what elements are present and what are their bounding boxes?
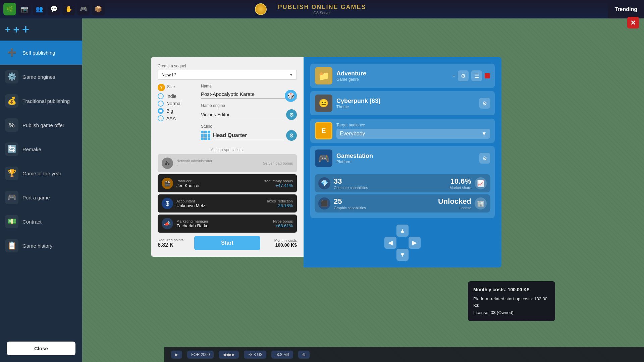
bottom-extra-btn[interactable]: ⊕ — [298, 351, 310, 359]
nav-up-button[interactable]: ▲ — [396, 225, 409, 237]
studio-gear-button[interactable]: ⚙ — [286, 130, 297, 141]
top-icon-camera[interactable]: 📷 — [18, 3, 31, 15]
radio-big[interactable]: Big — [158, 108, 194, 114]
start-button[interactable]: Start — [194, 236, 261, 250]
nav-cross-spacer-bl — [384, 249, 396, 261]
studio-label: Studio — [201, 124, 297, 129]
platform-card: 🎮 Gamestation Platform ⚙ 💎 33 Compute ca — [310, 146, 495, 218]
required-points-label: Required points — [158, 238, 191, 242]
studio-row: ⚙ — [201, 130, 297, 141]
sequel-dropdown[interactable]: New IP ▼ — [158, 70, 297, 80]
name-label: Name — [201, 84, 297, 88]
marketing-bonus-value: +68.61% — [273, 223, 293, 228]
game-of-year-icon: 🏆 — [5, 167, 18, 180]
close-x-button[interactable]: ✕ — [627, 17, 639, 28]
sidebar-close-button[interactable]: Close — [7, 342, 75, 355]
theme-type: Theme — [336, 105, 475, 109]
app-title: PUBLISH ONLINE GAMES — [278, 4, 366, 11]
audience-icon: E — [315, 122, 332, 139]
market-chart-button[interactable]: 📈 — [475, 177, 487, 189]
size-icon: ? — [158, 84, 165, 91]
specialist-accountant[interactable]: $ Accountant Unknown Metz Taxes' reducti… — [158, 194, 297, 213]
trending-label: Trending — [608, 0, 644, 18]
license-label: License — [438, 206, 471, 210]
top-icon-people[interactable]: 👥 — [33, 3, 46, 15]
bottom-skip-btn[interactable]: ◀◀▶▶ — [219, 351, 239, 359]
genre-settings-button[interactable]: ⚙ — [458, 70, 469, 81]
top-icon-chat[interactable]: 💬 — [48, 3, 60, 15]
sidebar-plus-small-1[interactable]: + — [5, 24, 10, 35]
compute-label: Compute capabilities — [334, 186, 368, 190]
genre-menu-button[interactable]: ☰ — [471, 70, 482, 81]
sidebar-plus-large[interactable]: + — [22, 22, 29, 37]
radio-normal[interactable]: Normal — [158, 101, 194, 107]
sidebar-item-remake[interactable]: 🔄 Remake — [0, 137, 82, 161]
engine-input[interactable] — [201, 111, 283, 119]
sidebar-item-port-a-game[interactable]: 🎮 Port a game — [0, 185, 82, 209]
size-header: ? Size — [158, 84, 194, 91]
sidebar-item-label-traditional-publishing: Traditional publishing — [22, 98, 70, 104]
sidebar-plus-medium[interactable]: + — [13, 23, 19, 36]
radio-label-aaa: AAA — [166, 116, 176, 121]
sidebar-item-traditional-publishing[interactable]: 💰 Traditional publishing — [0, 89, 82, 113]
studio-section: Studio ⚙ — [201, 124, 297, 141]
accountant-bonus-label: Taxes' reduction — [266, 199, 293, 203]
top-icon-hand[interactable]: ✋ — [62, 3, 75, 15]
dice-button[interactable]: 🎲 — [285, 90, 297, 102]
sidebar-item-game-history[interactable]: 📋 Game history — [0, 234, 82, 258]
top-icon-green[interactable]: 🌿 — [3, 3, 16, 15]
genre-minus-button[interactable]: - — [453, 72, 455, 80]
platform-settings-button[interactable]: ⚙ — [479, 153, 490, 164]
engine-gear-button[interactable]: ⚙ — [286, 109, 297, 120]
radio-label-normal: Normal — [166, 101, 181, 106]
theme-icon: 😐 — [315, 95, 332, 112]
marketing-info: Marketing manager Zachariah Ratke — [176, 219, 270, 228]
sidebar-item-label-self-publishing: Self publishing — [22, 50, 55, 56]
game-name-input[interactable] — [201, 90, 297, 99]
license-info-button[interactable]: 🏢 — [475, 197, 487, 209]
top-icon-control[interactable]: 🎮 — [77, 3, 90, 15]
bottom-play-btn[interactable]: ▶ — [171, 351, 182, 359]
port-game-icon: 🎮 — [5, 191, 18, 204]
nav-left-button[interactable]: ◀ — [384, 237, 396, 249]
specialist-producer[interactable]: 🎬 Producer Jeri Kautzer Productivity bon… — [158, 174, 297, 192]
assign-specialists-label: Assign specialists. — [158, 147, 297, 152]
nav-cross-bottom-row: ▼ — [384, 249, 421, 261]
compute-value-section: 33 Compute capabilities — [334, 177, 368, 190]
top-icon-box[interactable]: 📦 — [92, 3, 105, 15]
accountant-name: Unknown Metz — [176, 203, 263, 208]
specialist-network-admin[interactable]: 🖧 Network administrator - Server load bo… — [158, 154, 297, 172]
form-two-col: ? Size Indie Normal Big AAA — [158, 84, 297, 145]
audience-content: Target audience Everybody ▼ — [336, 123, 490, 139]
license-value: Unlocked — [438, 197, 471, 206]
studio-input[interactable] — [213, 131, 283, 140]
traditional-publishing-icon: 💰 — [5, 94, 18, 108]
audience-dropdown[interactable]: Everybody ▼ — [336, 129, 490, 139]
sidebar-item-game-engines[interactable]: ⚙️ Game engines — [0, 65, 82, 89]
sidebar-item-publish-game-offer[interactable]: % Publish game offer — [0, 113, 82, 137]
genre-remove-button[interactable] — [485, 73, 490, 78]
sidebar-item-label-publish-game-offer: Publish game offer — [22, 122, 64, 128]
radio-circle-indie — [158, 93, 164, 99]
nav-right-button[interactable]: ▶ — [409, 237, 421, 249]
graphic-value-section: 25 Graphic capabilities — [334, 197, 366, 210]
graphic-content: 25 Graphic capabilities Unlocked License — [334, 197, 471, 210]
form-panel: Create a sequel New IP ▼ ? Size Indie — [151, 57, 304, 257]
platform-header: 🎮 Gamestation Platform ⚙ — [315, 149, 490, 167]
theme-name: Cyberpunk [63] — [336, 98, 475, 105]
platform-icon: 🎮 — [315, 149, 332, 167]
radio-indie[interactable]: Indie — [158, 93, 194, 99]
nav-down-button[interactable]: ▼ — [396, 249, 409, 261]
specialist-marketing[interactable]: 📣 Marketing manager Zachariah Ratke Hype… — [158, 215, 297, 233]
platform-type: Platform — [336, 160, 475, 164]
monthly-cost-label: Monthly costs — [264, 238, 297, 242]
genre-actions: - ⚙ ☰ — [453, 70, 490, 81]
sidebar-item-self-publishing[interactable]: ➕ Self publishing — [0, 41, 82, 65]
tooltip-line1: Platform-related start-up costs: 132.00 … — [473, 296, 550, 310]
theme-settings-button[interactable]: ⚙ — [479, 98, 490, 109]
sidebar-item-contract[interactable]: 💵 Contract — [0, 209, 82, 234]
sidebar-item-game-of-the-year[interactable]: 🏆 Game of the year — [0, 161, 82, 185]
radio-aaa[interactable]: AAA — [158, 115, 194, 121]
form-col-right: Name 🎲 Game engine ⚙ Studio — [201, 84, 297, 145]
network-admin-info: Network administrator - — [176, 159, 260, 168]
